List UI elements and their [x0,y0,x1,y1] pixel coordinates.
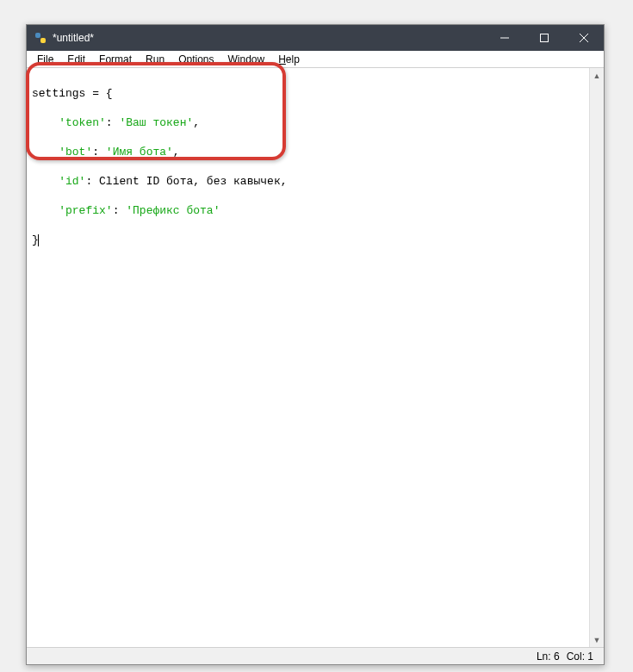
string-value: 'Префикс бота' [126,204,220,217]
indent [32,146,59,159]
menu-window[interactable]: Window [221,53,272,66]
python-icon [34,31,47,45]
colon: : [92,146,106,159]
scroll-up-icon[interactable]: ▲ [590,68,604,83]
window-controls [485,25,604,51]
plain-value: Client ID бота, без кавычек, [99,175,287,188]
svg-rect-3 [541,34,549,42]
svg-rect-0 [35,33,40,38]
indent [32,116,59,129]
maximize-button[interactable] [524,25,564,51]
dict-key: 'token' [59,116,106,129]
editor-window: *untitled* File Edit Format Run Options … [26,24,605,665]
colon: : [113,204,127,217]
titlebar: *untitled* [27,25,604,51]
comma: , [173,146,180,159]
code-editor[interactable]: settings = { 'token': 'Ваш токен', 'bot'… [27,68,589,647]
editor-area: settings = { 'token': 'Ваш токен', 'bot'… [27,68,604,647]
string-value: 'Имя бота' [106,146,173,159]
comma: , [193,116,200,129]
menu-run[interactable]: Run [139,53,171,66]
menu-edit[interactable]: Edit [60,53,92,66]
string-value: 'Ваш токен' [119,116,193,129]
indent [32,204,59,217]
menu-options[interactable]: Options [171,53,220,66]
statusbar: Ln: 6 Col: 1 [27,647,604,664]
status-line: Ln: 6 [533,650,563,663]
svg-rect-1 [40,38,46,43]
dict-key: 'bot' [59,146,92,159]
scroll-down-icon[interactable]: ▼ [590,632,604,647]
menu-help[interactable]: Help [271,53,307,66]
vertical-scrollbar[interactable]: ▲ ▼ [589,68,604,647]
indent [32,175,59,188]
status-col: Col: 1 [563,650,597,663]
text-cursor [38,234,39,246]
close-button[interactable] [564,25,604,51]
dict-key: 'prefix' [59,204,112,217]
menu-file[interactable]: File [30,53,60,66]
minimize-button[interactable] [485,25,524,51]
menu-format[interactable]: Format [92,53,139,66]
window-title: *untitled* [53,32,485,44]
menubar: File Edit Format Run Options Window Help [27,51,604,68]
colon: : [85,175,99,188]
colon: : [106,116,120,129]
dict-key: 'id' [59,175,85,188]
code-text: settings = { [32,87,113,100]
